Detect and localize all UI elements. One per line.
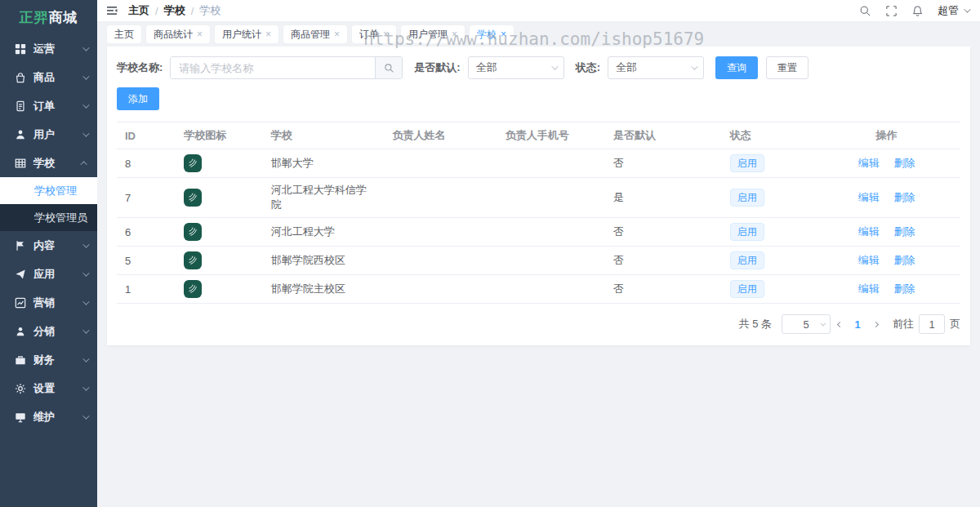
chevron-down-icon bbox=[964, 6, 970, 12]
close-icon[interactable]: × bbox=[452, 29, 457, 39]
sidebar-item-label: 应用 bbox=[33, 267, 82, 282]
tab-home[interactable]: 主页 bbox=[107, 25, 141, 43]
sidebar-item-label: 内容 bbox=[33, 238, 82, 253]
user-icon bbox=[15, 129, 26, 140]
edit-link[interactable]: 编辑 bbox=[858, 157, 880, 169]
sidebar-item-distribution[interactable]: 分销 bbox=[0, 317, 97, 345]
breadcrumb-home[interactable]: 主页 bbox=[128, 3, 149, 18]
current-page[interactable]: 1 bbox=[849, 318, 866, 331]
cell-manager-phone bbox=[497, 149, 605, 178]
sidebar-item-operations[interactable]: 运营 bbox=[0, 34, 97, 63]
bell-icon[interactable] bbox=[911, 5, 924, 17]
school-name-input[interactable] bbox=[171, 57, 375, 78]
status-badge: 启用 bbox=[730, 189, 764, 207]
reset-button[interactable]: 重置 bbox=[766, 56, 808, 79]
brand-logo-rest: 商城 bbox=[49, 8, 78, 27]
goods-icon bbox=[15, 72, 26, 83]
tab-orders[interactable]: 订单× bbox=[352, 25, 396, 43]
close-icon[interactable]: × bbox=[334, 29, 340, 39]
sidebar-item-goods[interactable]: 商品 bbox=[0, 63, 97, 91]
query-button[interactable]: 查询 bbox=[715, 56, 758, 79]
cell-manager-name bbox=[384, 247, 497, 275]
delete-link[interactable]: 删除 bbox=[893, 254, 915, 266]
prev-page-button[interactable] bbox=[831, 314, 849, 334]
sidebar-item-orders[interactable]: 订单 bbox=[0, 91, 97, 120]
cell-actions: 编辑 删除 bbox=[813, 275, 960, 304]
close-icon[interactable]: × bbox=[383, 29, 389, 39]
tab-school[interactable]: 学校× bbox=[470, 25, 514, 43]
delete-link[interactable]: 删除 bbox=[893, 191, 915, 203]
sidebar-item-content[interactable]: 内容 bbox=[0, 231, 97, 260]
is-default-select[interactable]: 全部 bbox=[468, 56, 564, 79]
search-icon[interactable] bbox=[859, 5, 871, 17]
sidebar-item-marketing[interactable]: 营销 bbox=[0, 288, 97, 317]
sidebar-subitem-school-management[interactable]: 学校管理 bbox=[0, 177, 97, 204]
sidebar-subitem-school-admins[interactable]: 学校管理员 bbox=[0, 204, 97, 231]
sidebar-item-label: 维护 bbox=[33, 410, 82, 425]
col-actions: 操作 bbox=[813, 122, 960, 149]
next-page-button[interactable] bbox=[866, 314, 884, 334]
chevron-down-icon bbox=[82, 44, 89, 51]
tab-label: 用户统计 bbox=[222, 28, 261, 42]
sidebar-item-label: 学校 bbox=[33, 156, 82, 171]
edit-link[interactable]: 编辑 bbox=[858, 225, 880, 238]
delete-link[interactable]: 删除 bbox=[893, 282, 915, 295]
cell-id: 7 bbox=[117, 178, 176, 218]
cell-manager-name bbox=[384, 178, 497, 218]
sidebar-item-users[interactable]: 用户 bbox=[0, 120, 97, 149]
sidebar-item-label: 营销 bbox=[33, 296, 82, 310]
sidebar-item-school[interactable]: 学校 bbox=[0, 149, 97, 177]
input-search-button[interactable] bbox=[375, 57, 402, 78]
tab-label: 学校 bbox=[477, 28, 497, 42]
school-logo-icon bbox=[184, 223, 202, 241]
close-icon[interactable]: × bbox=[265, 29, 271, 39]
goto-label: 前往 bbox=[893, 317, 914, 331]
user-menu[interactable]: 超管 bbox=[938, 3, 969, 18]
hamburger-icon[interactable] bbox=[105, 4, 118, 17]
school-table: ID 学校图标 学校 负责人姓名 负责人手机号 是否默认 状态 操作 8 邯郸 bbox=[117, 122, 960, 304]
school-logo-icon bbox=[184, 154, 202, 172]
cell-id: 6 bbox=[117, 218, 176, 247]
chevron-down-icon bbox=[82, 412, 89, 419]
sidebar: 正羿商城 运营 商品 订单 用户 学校 bbox=[0, 0, 97, 507]
edit-link[interactable]: 编辑 bbox=[858, 282, 880, 295]
sidebar-item-settings[interactable]: 设置 bbox=[0, 374, 97, 402]
fullscreen-icon[interactable] bbox=[885, 5, 898, 17]
username-label: 超管 bbox=[938, 3, 959, 18]
breadcrumb-separator: / bbox=[191, 5, 194, 17]
table-header-row: ID 学校图标 学校 负责人姓名 负责人手机号 是否默认 状态 操作 bbox=[117, 122, 960, 149]
delete-link[interactable]: 删除 bbox=[893, 157, 915, 169]
chevron-down-icon bbox=[82, 73, 89, 79]
status-select[interactable]: 全部 bbox=[608, 56, 704, 79]
tab-user-management[interactable]: 用户管理× bbox=[401, 25, 465, 43]
chevron-down-icon bbox=[551, 63, 558, 69]
school-logo-icon bbox=[184, 251, 202, 269]
close-icon[interactable]: × bbox=[197, 29, 203, 39]
delete-link[interactable]: 删除 bbox=[893, 225, 915, 238]
sidebar-item-label: 运营 bbox=[33, 42, 82, 56]
sidebar-item-apps[interactable]: 应用 bbox=[0, 260, 97, 288]
sidebar-subitem-label: 学校管理 bbox=[34, 184, 77, 198]
top-navbar: 主页 / 学校 / 学校 超管 bbox=[97, 0, 980, 22]
sidebar-item-finance[interactable]: 财务 bbox=[0, 345, 97, 374]
close-icon[interactable]: × bbox=[501, 29, 506, 39]
content-area: 学校名称: 是否默认: 全部 状态: 全部 查询 重 bbox=[97, 47, 980, 507]
brand-logo-accent: 正羿 bbox=[20, 8, 49, 27]
sidebar-item-label: 用户 bbox=[33, 127, 82, 142]
tab-goods-stats[interactable]: 商品统计× bbox=[146, 25, 210, 43]
tab-goods-management[interactable]: 商品管理× bbox=[283, 25, 347, 43]
chevron-left-icon bbox=[836, 321, 842, 327]
edit-link[interactable]: 编辑 bbox=[858, 191, 880, 203]
sidebar-item-maintenance[interactable]: 维护 bbox=[0, 402, 97, 431]
breadcrumb-school-parent[interactable]: 学校 bbox=[164, 3, 185, 18]
edit-link[interactable]: 编辑 bbox=[858, 254, 880, 266]
add-button[interactable]: 添加 bbox=[117, 87, 159, 110]
breadcrumb-current: 学校 bbox=[199, 3, 220, 18]
dashboard-icon bbox=[15, 43, 26, 55]
cell-status: 启用 bbox=[722, 149, 813, 178]
cell-id: 1 bbox=[117, 275, 176, 304]
brand-logo: 正羿商城 bbox=[0, 0, 97, 34]
goto-page-input[interactable] bbox=[919, 314, 945, 334]
tab-user-stats[interactable]: 用户统计× bbox=[215, 25, 278, 43]
page-size-select[interactable]: 5 bbox=[782, 314, 831, 334]
